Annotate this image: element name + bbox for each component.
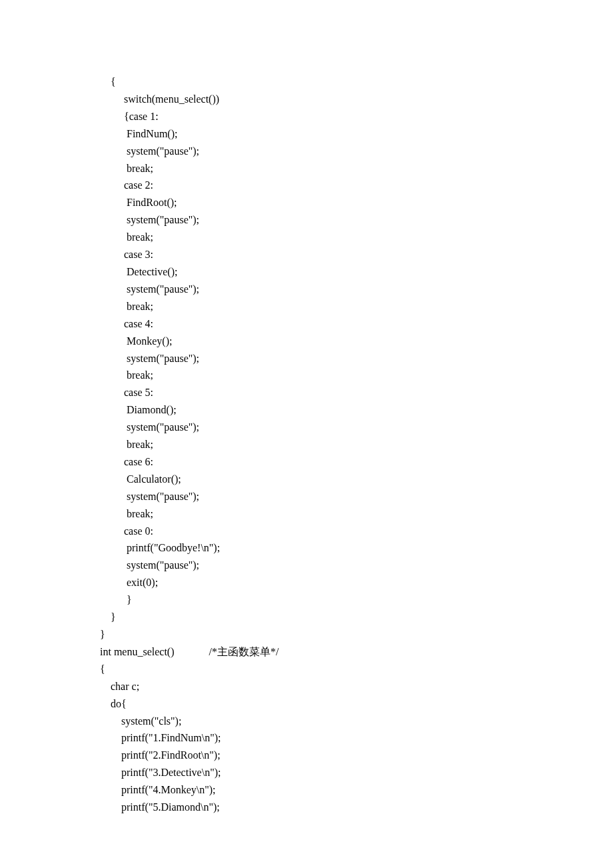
code-line: printf("2.FindRoot\n"); [100, 747, 580, 764]
code-text: int menu_select() /* [100, 646, 217, 657]
code-line: break; [100, 298, 580, 315]
code-line: Calculator(); [100, 471, 580, 488]
code-line: case 6: [100, 453, 580, 471]
code-line: break; [100, 229, 580, 246]
code-line: switch(menu_select()) [100, 91, 580, 108]
code-line: Detective(); [100, 263, 580, 281]
code-line: case 2: [100, 177, 580, 194]
code-line: system("pause"); [100, 281, 580, 298]
code-line: } [100, 626, 580, 643]
code-line: printf("Goodbye!\n"); [100, 539, 580, 557]
code-line: printf("3.Detective\n"); [100, 764, 580, 781]
code-line: system("pause"); [100, 143, 580, 160]
code-line: case 0: [100, 523, 580, 540]
code-line: {case 1: [100, 108, 580, 125]
code-line: printf("1.FindNum\n"); [100, 729, 580, 747]
code-line: system("pause"); [100, 350, 580, 367]
code-line: printf("5.Diamond\n"); [100, 799, 580, 816]
comment-cjk: 主函数菜单 [217, 646, 271, 657]
code-line: system("pause"); [100, 419, 580, 436]
code-line: break; [100, 367, 580, 384]
code-line: exit(0); [100, 574, 580, 591]
code-line: char c; [100, 678, 580, 695]
code-line: break; [100, 160, 580, 177]
code-text: */ [271, 646, 279, 657]
code-line: break; [100, 505, 580, 523]
code-line: system("cls"); [100, 713, 580, 730]
code-line: FindNum(); [100, 125, 580, 143]
code-line: { [100, 73, 580, 91]
code-line: system("pause"); [100, 557, 580, 574]
code-line: case 5: [100, 384, 580, 401]
code-line: Monkey(); [100, 333, 580, 350]
code-line: Diamond(); [100, 401, 580, 419]
code-line: } [100, 591, 580, 609]
code-line: break; [100, 436, 580, 453]
code-document: { switch(menu_select()) {case 1: FindNum… [0, 0, 613, 856]
code-line: system("pause"); [100, 488, 580, 505]
code-line: do{ [100, 695, 580, 713]
code-line: case 3: [100, 246, 580, 263]
code-line: } [100, 609, 580, 626]
code-line: int menu_select() /*主函数菜单*/ [100, 643, 580, 661]
code-line: system("pause"); [100, 211, 580, 229]
code-line: { [100, 661, 580, 678]
code-line: case 4: [100, 315, 580, 333]
code-line: printf("4.Monkey\n"); [100, 781, 580, 799]
code-line: FindRoot(); [100, 194, 580, 211]
